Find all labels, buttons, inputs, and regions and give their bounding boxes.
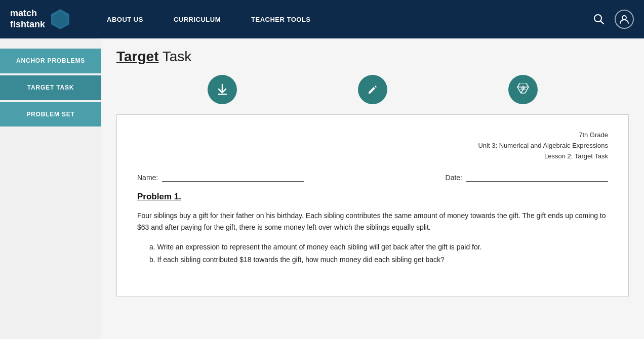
page-title-bold: Target bbox=[116, 49, 159, 64]
drive-button[interactable] bbox=[508, 75, 538, 104]
content-area: Target Task bbox=[101, 38, 644, 339]
problem-parts: a. Write an expression to represent the … bbox=[149, 241, 608, 266]
svg-rect-5 bbox=[218, 94, 227, 95]
action-buttons bbox=[116, 75, 629, 104]
page-title: Target Task bbox=[116, 49, 629, 65]
svg-point-4 bbox=[622, 16, 626, 20]
nav-links: ABOUT US CURRICULUM TEACHER TOOLS bbox=[92, 0, 589, 38]
problem-part-a: a. Write an expression to represent the … bbox=[149, 241, 608, 253]
date-field: Date: bbox=[446, 172, 608, 182]
download-button[interactable] bbox=[208, 75, 237, 104]
document-card: 7th Grade Unit 3: Numerical and Algebrai… bbox=[116, 114, 629, 296]
logo[interactable]: match fishtank bbox=[10, 8, 71, 30]
nav-teacher-tools[interactable]: TEACHER TOOLS bbox=[236, 0, 326, 38]
page-title-rest: Task bbox=[159, 49, 192, 64]
sidebar-item-target-task[interactable]: TARGET TASK bbox=[0, 75, 101, 100]
doc-unit: Unit 3: Numerical and Algebraic Expressi… bbox=[137, 141, 608, 151]
nav-about-us[interactable]: ABOUT US bbox=[92, 0, 158, 38]
problem-part-b: b. If each sibling contributed $18 towar… bbox=[149, 253, 608, 266]
date-input-line[interactable] bbox=[466, 172, 608, 182]
problem-intro: Four siblings buy a gift for their fathe… bbox=[137, 210, 608, 233]
header-icons bbox=[589, 10, 634, 29]
svg-line-3 bbox=[601, 21, 604, 24]
date-label: Date: bbox=[446, 174, 462, 182]
name-input-line[interactable] bbox=[162, 172, 304, 182]
sidebar-item-problem-set[interactable]: PROBLEM SET bbox=[0, 102, 101, 127]
sidebar-item-anchor-problems[interactable]: ANCHOR PROBLEMS bbox=[0, 49, 101, 73]
sidebar: ANCHOR PROBLEMS TARGET TASK PROBLEM SET bbox=[0, 38, 101, 339]
doc-fields: Name: Date: bbox=[137, 172, 608, 182]
nav-curriculum[interactable]: CURRICULUM bbox=[158, 0, 236, 38]
main-container: ANCHOR PROBLEMS TARGET TASK PROBLEM SET … bbox=[0, 38, 644, 339]
logo-text: match fishtank bbox=[10, 8, 45, 30]
problem-title: Problem 1. bbox=[137, 192, 608, 202]
doc-grade: 7th Grade bbox=[137, 130, 608, 141]
doc-lesson: Lesson 2: Target Task bbox=[137, 151, 608, 162]
name-label: Name: bbox=[137, 174, 158, 182]
user-icon[interactable] bbox=[615, 10, 634, 29]
search-icon[interactable] bbox=[589, 10, 609, 29]
logo-icon bbox=[49, 8, 71, 30]
edit-button[interactable] bbox=[358, 75, 387, 104]
name-field: Name: bbox=[137, 172, 304, 182]
header: match fishtank ABOUT US CURRICULUM TEACH… bbox=[0, 0, 644, 38]
doc-header: 7th Grade Unit 3: Numerical and Algebrai… bbox=[137, 130, 608, 161]
